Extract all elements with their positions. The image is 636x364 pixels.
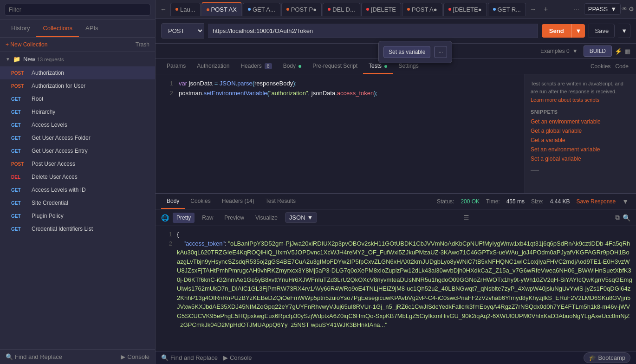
sidebar-tab-history[interactable]: History	[5, 20, 36, 37]
snippet-get-env-var[interactable]: Get an environment variable	[531, 118, 630, 125]
sidebar-tab-apis[interactable]: APIs	[79, 20, 104, 37]
nav-item-site-credential[interactable]: GET Site Credential	[0, 196, 155, 209]
settings-icon[interactable]: ⚙	[629, 6, 634, 13]
chevron-down-icon[interactable]: ▼	[622, 198, 629, 205]
format-type-select[interactable]: JSON ▼	[285, 212, 318, 223]
search-icon[interactable]: 🔍	[623, 214, 630, 221]
res-tab-body[interactable]: Body	[161, 194, 185, 209]
code-link[interactable]: Code	[615, 63, 629, 70]
save-dropdown-button[interactable]: ▼	[618, 24, 630, 38]
nav-item-heirarchy[interactable]: GET Heirarchy	[0, 105, 155, 118]
code-editor[interactable]: 1 var jsonData = JSON.parse(responseBody…	[156, 74, 525, 193]
snippet-set-global-var[interactable]: Set a global variable	[531, 156, 630, 162]
response-time: 455 ms	[506, 198, 525, 205]
res-tab-cookies[interactable]: Cookies	[185, 194, 216, 209]
eye-icon[interactable]: 👁	[622, 6, 628, 13]
response-status: 200 OK	[461, 198, 480, 205]
request-tab-1[interactable]: POST AX	[201, 2, 242, 16]
request-tab-5[interactable]: [DELETE	[361, 3, 401, 16]
req-tab-params[interactable]: Params	[161, 59, 191, 74]
chevron-down-icon: ▼	[307, 214, 313, 221]
collection-header[interactable]: ▼ 📁 New 13 requests	[0, 52, 155, 66]
more-tabs-button[interactable]: ···	[570, 4, 583, 15]
trash-button[interactable]: Trash	[136, 41, 149, 48]
nav-item-get-user-access-entry[interactable]: GET Get User Access Entry	[0, 144, 155, 157]
format-preview-button[interactable]: Preview	[221, 213, 248, 223]
request-tab-8[interactable]: GET R...	[488, 3, 526, 16]
request-tab-6[interactable]: POST A●	[402, 3, 442, 16]
nav-item-plugin-policy[interactable]: GET Plugin Policy	[0, 209, 155, 222]
sidebar-search-area	[0, 0, 155, 20]
examples-dropdown-icon[interactable]: ▼	[572, 48, 578, 54]
set-as-variable-button[interactable]: Set as variable	[383, 46, 430, 58]
method-badge-get: GET	[11, 97, 28, 102]
request-tab-0[interactable]: Lau...	[170, 3, 201, 16]
nav-item-authorization-user[interactable]: POST Authorization for User	[0, 79, 155, 92]
add-tab-button[interactable]: +	[540, 3, 552, 15]
send-button[interactable]: Send	[542, 24, 571, 38]
copy-icon[interactable]: ⧉	[615, 214, 620, 221]
method-select[interactable]: POST GET PUT DELETE	[161, 23, 204, 39]
collection-items: POST Authorization POST Authorization fo…	[0, 66, 155, 349]
terminal-icon: ▶	[223, 354, 228, 361]
sidebar-bottom: 🔍 Find and Replace ▶ Console	[0, 349, 155, 364]
url-input[interactable]	[208, 24, 538, 38]
sidebar-new-collection-bar: + New Collection Trash	[0, 38, 155, 52]
response-body[interactable]: 1 { 2 "access_token": "oLBanIPpY3D52gm-P…	[156, 226, 636, 351]
request-header: POST GET PUT DELETE Send ▼ Save ▼ Set as…	[156, 19, 636, 44]
tab-back-button[interactable]: ←	[157, 4, 169, 15]
request-tab-3[interactable]: POST P●	[281, 3, 322, 16]
request-tab-7[interactable]: [DELETE●	[443, 3, 487, 16]
req-tab-authorization[interactable]: Authorization	[191, 59, 235, 74]
snippet-get-global-var[interactable]: Get a global variable	[531, 128, 630, 134]
save-response-button[interactable]: Save Response	[576, 198, 616, 205]
environment-selector[interactable]: PPASS ▼	[584, 3, 621, 15]
format-visualize-button[interactable]: Visualize	[252, 213, 281, 223]
find-replace-button[interactable]: 🔍 Find and Replace	[6, 353, 62, 360]
popup-more-button[interactable]: ···	[434, 46, 447, 58]
build-button[interactable]: BUILD	[584, 46, 612, 57]
bootcamp-button[interactable]: 🎓 Bootcamp	[584, 352, 630, 363]
request-tab-2[interactable]: GET A...	[243, 3, 280, 16]
nav-item-label: Heirarchy	[32, 109, 55, 115]
tab-dot	[248, 8, 251, 11]
find-replace-status-button[interactable]: 🔍 Find and Replace	[161, 354, 218, 361]
res-tab-headers[interactable]: Headers (14)	[216, 194, 260, 209]
cookies-link[interactable]: Cookies	[591, 63, 610, 70]
nav-item-credential-identifiers[interactable]: GET Credential Identifiers List	[0, 222, 155, 235]
nav-item-access-levels[interactable]: GET Access Levels	[0, 118, 155, 131]
align-icon[interactable]: ☰	[463, 214, 469, 221]
console-status-button[interactable]: ▶ Console	[223, 354, 252, 361]
save-button[interactable]: Save	[589, 24, 615, 38]
learn-more-link[interactable]: Learn more about tests scripts	[531, 97, 630, 103]
res-tab-test-results[interactable]: Test Results	[260, 194, 301, 209]
request-area: POST GET PUT DELETE Send ▼ Save ▼ Set as…	[156, 19, 636, 193]
nav-item-root[interactable]: GET Root	[0, 92, 155, 105]
method-badge-get: GET	[11, 149, 28, 154]
chevron-down-icon: ▼	[610, 6, 617, 13]
nav-item-access-levels-id[interactable]: GET Access Levels with ID	[0, 183, 155, 196]
nav-item-authorization[interactable]: POST Authorization	[0, 66, 155, 79]
tab-dot	[407, 8, 410, 11]
nav-item-get-user-access-folder[interactable]: GET Get User Access Folder	[0, 131, 155, 144]
nav-item-post-user-access[interactable]: POST Post User Access	[0, 157, 155, 170]
tab-forward-button[interactable]: →	[527, 4, 539, 15]
snippet-set-env-var[interactable]: Set an environment variable	[531, 146, 630, 153]
method-badge-post: POST	[11, 162, 28, 167]
req-tab-body[interactable]: Body	[278, 59, 307, 74]
nav-item-delete-user-access[interactable]: DEL Delete User Acces	[0, 170, 155, 183]
tab-label: Lau...	[180, 6, 195, 13]
format-raw-button[interactable]: Raw	[198, 213, 217, 223]
filter-input[interactable]	[5, 4, 150, 16]
layout-icon[interactable]: ▦	[625, 48, 630, 55]
sidebar-tab-collections[interactable]: Collections	[36, 20, 79, 37]
console-button[interactable]: ▶ Console	[121, 353, 149, 360]
new-collection-button[interactable]: + New Collection	[6, 41, 47, 48]
request-tab-4[interactable]: DEL D...	[323, 3, 360, 16]
req-tab-pre-request[interactable]: Pre-request Script	[307, 59, 363, 74]
snippet-get-var[interactable]: Get a variable	[531, 137, 630, 143]
send-dropdown-button[interactable]: ▼	[571, 24, 585, 38]
format-pretty-button[interactable]: Pretty	[173, 213, 195, 223]
nav-item-label: Post User Access	[32, 161, 75, 167]
req-tab-headers[interactable]: Headers 8	[235, 59, 277, 74]
